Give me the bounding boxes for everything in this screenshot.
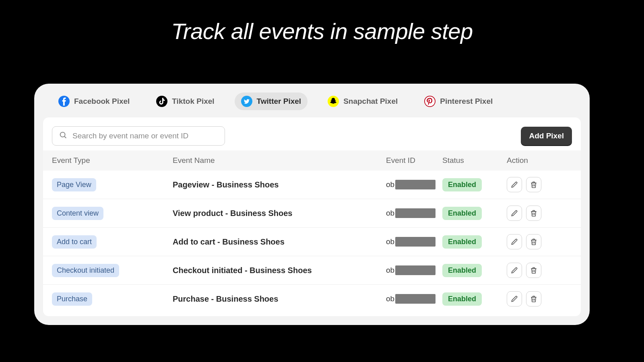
tab-tiktok-pixel[interactable]: Tiktok Pixel <box>150 93 221 110</box>
row-actions <box>507 177 571 192</box>
edit-button[interactable] <box>507 206 522 221</box>
delete-button[interactable] <box>526 177 541 192</box>
event-id: ob <box>386 180 442 189</box>
tab-twitter-pixel[interactable]: Twitter Pixel <box>235 93 308 110</box>
event-name: Checkout initiated - Business Shoes <box>173 266 386 275</box>
table-row: Add to cartAdd to cart - Business Shoeso… <box>43 228 581 256</box>
toolbar: Add Pixel <box>43 126 581 150</box>
col-event-type: Event Type <box>52 156 173 165</box>
redacted-id <box>395 208 436 218</box>
svg-point-1 <box>156 96 167 107</box>
tab-pinterest-pixel[interactable]: Pinterest Pixel <box>418 93 499 110</box>
row-actions <box>507 263 571 278</box>
search-input[interactable] <box>72 132 218 140</box>
event-id: ob <box>386 265 442 275</box>
delete-button[interactable] <box>526 234 541 249</box>
svg-point-5 <box>60 132 65 137</box>
col-action: Action <box>507 156 571 165</box>
status-badge: Enabled <box>442 292 482 306</box>
event-name: Pageview - Business Shoes <box>173 180 386 189</box>
event-name: Purchase - Business Shoes <box>173 294 386 304</box>
row-actions <box>507 291 571 306</box>
tiktok-icon <box>156 96 167 107</box>
svg-line-6 <box>64 136 66 138</box>
tab-label: Tiktok Pixel <box>172 97 214 106</box>
tab-label: Twitter Pixel <box>257 97 301 106</box>
edit-button[interactable] <box>507 291 522 306</box>
event-id: ob <box>386 237 442 247</box>
delete-button[interactable] <box>526 206 541 221</box>
edit-button[interactable] <box>507 177 522 192</box>
table-header: Event Type Event Name Event ID Status Ac… <box>43 150 581 171</box>
event-name: Add to cart - Business Shoes <box>173 237 386 247</box>
search-icon <box>59 131 68 141</box>
tab-facebook-pixel[interactable]: Facebook Pixel <box>52 93 136 110</box>
tab-label: Pinterest Pixel <box>440 97 493 106</box>
table-body: Page ViewPageview - Business ShoesobEnab… <box>43 171 581 313</box>
pinterest-icon <box>424 96 436 107</box>
pixel-panel: Facebook Pixel Tiktok Pixel Twitter Pixe… <box>34 84 590 325</box>
add-pixel-button[interactable]: Add Pixel <box>521 127 572 145</box>
redacted-id <box>395 237 436 247</box>
event-id: ob <box>386 208 442 218</box>
redacted-id <box>395 294 436 304</box>
tab-label: Facebook Pixel <box>74 97 130 106</box>
col-status: Status <box>442 156 507 165</box>
tab-label: Snapchat Pixel <box>343 97 398 106</box>
svg-point-4 <box>425 96 435 107</box>
table-row: Checkout initiatedCheckout initiated - B… <box>43 256 581 285</box>
search-box[interactable] <box>52 126 225 146</box>
event-id: ob <box>386 294 442 304</box>
status-badge: Enabled <box>442 235 482 249</box>
edit-button[interactable] <box>507 263 522 278</box>
delete-button[interactable] <box>526 291 541 306</box>
events-card: Add Pixel Event Type Event Name Event ID… <box>43 117 581 316</box>
event-type-badge: Checkout initiated <box>52 264 119 277</box>
redacted-id <box>395 265 436 275</box>
twitter-icon <box>241 96 252 107</box>
table-row: Content viewView product - Business Shoe… <box>43 199 581 228</box>
delete-button[interactable] <box>526 263 541 278</box>
row-actions <box>507 234 571 249</box>
event-type-badge: Content view <box>52 207 103 220</box>
table-row: Page ViewPageview - Business ShoesobEnab… <box>43 171 581 199</box>
tab-snapchat-pixel[interactable]: Snapchat Pixel <box>321 93 404 110</box>
redacted-id <box>395 180 436 189</box>
event-type-badge: Page View <box>52 178 96 191</box>
row-actions <box>507 206 571 221</box>
pixel-tabs: Facebook Pixel Tiktok Pixel Twitter Pixe… <box>34 92 590 117</box>
status-badge: Enabled <box>442 207 482 220</box>
col-event-id: Event ID <box>386 156 442 165</box>
page-headline: Track all events in sample step <box>0 0 644 44</box>
edit-button[interactable] <box>507 234 522 249</box>
status-badge: Enabled <box>442 264 482 277</box>
facebook-icon <box>58 96 70 107</box>
table-row: PurchasePurchase - Business ShoesobEnabl… <box>43 285 581 313</box>
snapchat-icon <box>328 96 339 107</box>
event-type-badge: Purchase <box>52 292 92 306</box>
event-name: View product - Business Shoes <box>173 209 386 218</box>
event-type-badge: Add to cart <box>52 235 97 249</box>
col-event-name: Event Name <box>173 156 386 165</box>
status-badge: Enabled <box>442 178 482 191</box>
